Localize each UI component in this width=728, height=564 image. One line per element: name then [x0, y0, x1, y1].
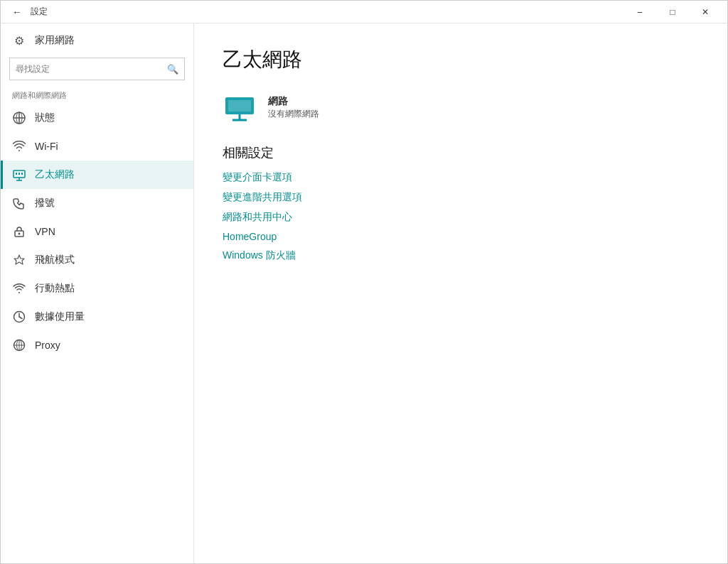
- window-title: 設定: [28, 6, 623, 18]
- network-name: 網路: [268, 95, 319, 108]
- search-input[interactable]: [16, 64, 167, 74]
- vpn-icon: [12, 224, 26, 239]
- sidebar-home[interactable]: ⚙ 家用網路: [1, 26, 193, 55]
- maximize-button[interactable]: □: [656, 1, 689, 23]
- sidebar-item-status[interactable]: 狀態: [1, 104, 193, 132]
- sidebar-item-data[interactable]: 數據使用量: [1, 303, 193, 331]
- minimize-button[interactable]: –: [623, 1, 656, 23]
- wifi-label: Wi-Fi: [35, 141, 58, 152]
- ethernet-label: 乙太網路: [35, 168, 75, 181]
- svg-point-11: [18, 233, 21, 235]
- link-homegroup[interactable]: HomeGroup: [223, 231, 699, 242]
- link-adapter-options[interactable]: 變更介面卡選項: [223, 171, 699, 184]
- data-icon: [12, 310, 26, 324]
- sidebar-item-ethernet[interactable]: 乙太網路: [1, 161, 193, 189]
- section-label: 網路和網際網路: [1, 86, 193, 104]
- search-box[interactable]: 🔍: [9, 58, 185, 80]
- sidebar-item-hotspot[interactable]: 行動熱點: [1, 274, 193, 303]
- close-button[interactable]: ✕: [689, 1, 722, 23]
- network-info: 網路 沒有網際網路: [268, 95, 319, 120]
- related-settings-title: 相關設定: [223, 144, 699, 161]
- sidebar-item-proxy[interactable]: Proxy: [1, 331, 193, 359]
- svg-rect-8: [18, 173, 20, 175]
- svg-rect-18: [228, 100, 251, 112]
- link-network-center[interactable]: 網路和共用中心: [223, 211, 699, 224]
- dialup-icon: [12, 196, 26, 210]
- sidebar-item-wifi[interactable]: Wi-Fi: [1, 132, 193, 161]
- settings-window: ← 設定 – □ ✕ ⚙ 家用網路 🔍 網路和網際網路: [0, 0, 728, 564]
- content-area: ⚙ 家用網路 🔍 網路和網際網路 狀態 Wi-Fi: [1, 23, 727, 563]
- airplane-label: 飛航模式: [35, 254, 75, 266]
- status-icon: [12, 111, 26, 125]
- airplane-icon: [12, 253, 26, 267]
- data-label: 數據使用量: [35, 310, 85, 323]
- proxy-label: Proxy: [35, 340, 60, 351]
- hotspot-label: 行動熱點: [35, 282, 75, 295]
- sidebar-item-airplane[interactable]: 飛航模式: [1, 246, 193, 274]
- dialup-label: 撥號: [35, 197, 55, 210]
- vpn-label: VPN: [35, 226, 55, 237]
- svg-rect-9: [21, 173, 23, 175]
- home-icon: ⚙: [12, 33, 26, 48]
- svg-rect-7: [16, 173, 17, 175]
- network-item-icon: [223, 90, 257, 124]
- ethernet-icon: [12, 168, 26, 182]
- network-status: 沒有網際網路: [268, 108, 319, 120]
- sidebar-item-dialup[interactable]: 撥號: [1, 189, 193, 217]
- link-firewall[interactable]: Windows 防火牆: [223, 249, 699, 262]
- window-controls: – □ ✕: [623, 1, 722, 23]
- status-label: 狀態: [35, 112, 55, 124]
- proxy-icon: [12, 338, 26, 352]
- sidebar-item-vpn[interactable]: VPN: [1, 217, 193, 246]
- hotspot-icon: [12, 281, 26, 295]
- sidebar: ⚙ 家用網路 🔍 網路和網際網路 狀態 Wi-Fi: [1, 23, 194, 563]
- page-title: 乙太網路: [223, 46, 699, 73]
- main-content: 乙太網路 網路 沒有網際網路 相關設定 變更介面卡選項 變更進階共用選: [194, 23, 727, 563]
- wifi-icon: [12, 139, 26, 153]
- back-button[interactable]: ←: [6, 1, 28, 23]
- search-icon: 🔍: [167, 64, 178, 75]
- home-label: 家用網路: [35, 34, 75, 47]
- link-advanced-sharing[interactable]: 變更進階共用選項: [223, 191, 699, 204]
- network-item: 網路 沒有網際網路: [223, 90, 699, 124]
- titlebar: ← 設定 – □ ✕: [1, 1, 727, 23]
